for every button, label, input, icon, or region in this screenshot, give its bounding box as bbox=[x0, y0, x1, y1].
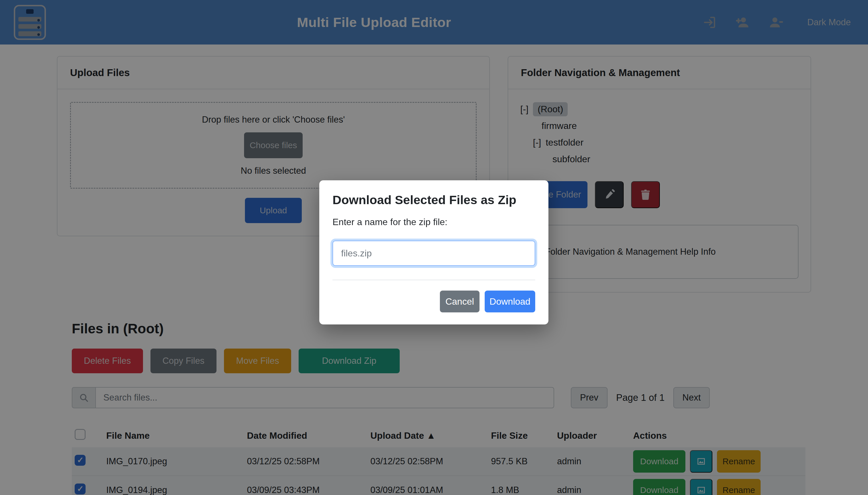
cancel-button[interactable]: Cancel bbox=[440, 291, 479, 312]
modal-download-button[interactable]: Download bbox=[485, 291, 535, 312]
modal-title: Download Selected Files as Zip bbox=[333, 193, 535, 207]
download-zip-modal: Download Selected Files as Zip Enter a n… bbox=[319, 180, 548, 324]
zip-filename-input[interactable] bbox=[333, 241, 535, 266]
modal-divider bbox=[333, 280, 535, 280]
zip-name-prompt: Enter a name for the zip file: bbox=[333, 217, 535, 227]
